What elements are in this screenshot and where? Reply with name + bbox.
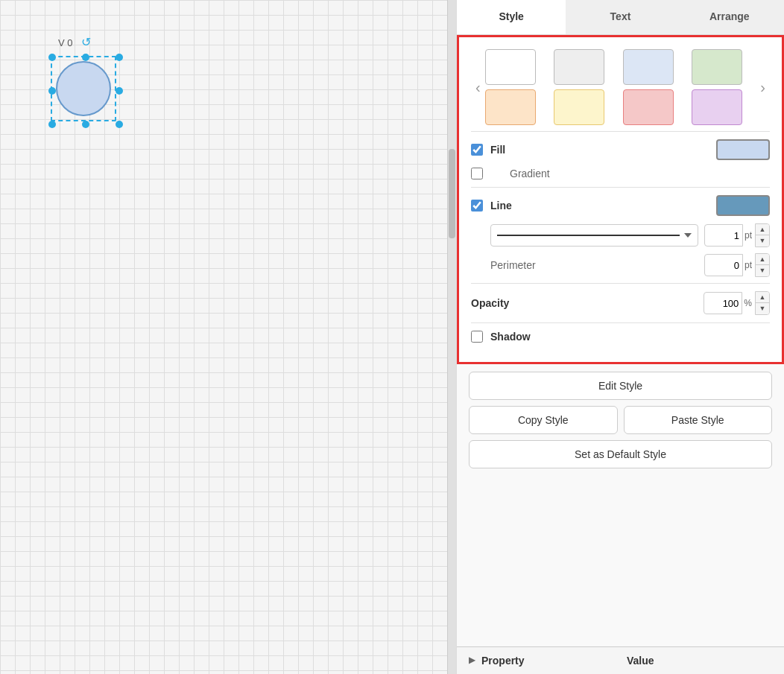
line-checkbox[interactable] xyxy=(471,200,483,212)
property-toggle[interactable]: ▶ xyxy=(469,655,475,667)
scrollbar-thumb[interactable] xyxy=(449,149,455,238)
shape-container: V 0 ↺ xyxy=(45,37,127,132)
opacity-input[interactable] xyxy=(704,292,742,314)
opacity-label: Opacity xyxy=(471,297,704,309)
handle-mr[interactable] xyxy=(116,87,123,95)
shadow-label: Shadow xyxy=(490,331,770,343)
line-thickness-input[interactable] xyxy=(704,224,743,247)
swatch-lightgreen[interactable] xyxy=(692,49,742,85)
line-thickness-down[interactable]: ▼ xyxy=(756,235,769,247)
perimeter-spinner: ▲ ▼ xyxy=(755,253,770,277)
line-style-row: pt ▲ ▼ xyxy=(490,223,770,247)
gradient-checkbox[interactable] xyxy=(471,168,483,179)
canvas[interactable]: V 0 ↺ xyxy=(0,0,456,674)
divider-3 xyxy=(471,283,770,284)
gradient-label: Gradient xyxy=(510,168,770,179)
right-panel: Style Text Arrange ‹ › xyxy=(456,0,784,674)
line-label: Line xyxy=(490,200,716,212)
edit-style-row: Edit Style xyxy=(469,372,772,400)
shadow-checkbox[interactable] xyxy=(471,331,483,343)
perimeter-up[interactable]: ▲ xyxy=(756,254,769,265)
copy-style-button[interactable]: Copy Style xyxy=(469,406,618,434)
copy-paste-row: Copy Style Paste Style xyxy=(469,406,772,434)
shape-wrapper[interactable]: ↺ xyxy=(45,50,127,132)
divider-4 xyxy=(471,322,770,323)
line-color-preview[interactable] xyxy=(716,195,770,216)
opacity-down[interactable]: ▼ xyxy=(756,303,769,314)
line-thickness-spinner: ▲ ▼ xyxy=(755,223,770,247)
rotate-handle[interactable]: ↺ xyxy=(80,35,92,47)
set-default-row: Set as Default Style xyxy=(469,440,772,468)
swatch-lightyellow[interactable] xyxy=(554,89,604,125)
property-col-header: Property xyxy=(481,655,627,667)
perimeter-down[interactable]: ▼ xyxy=(756,265,769,276)
edit-style-button[interactable]: Edit Style xyxy=(469,372,772,400)
perimeter-unit: pt xyxy=(745,260,752,270)
swatches-section: ‹ › xyxy=(471,49,770,125)
divider-1 xyxy=(471,131,770,132)
line-thickness-group: pt ▲ ▼ xyxy=(704,223,770,247)
fill-checkbox[interactable] xyxy=(471,144,483,156)
tab-text[interactable]: Text xyxy=(566,0,674,34)
line-thickness-unit: pt xyxy=(745,230,752,241)
tab-style[interactable]: Style xyxy=(457,0,566,34)
perimeter-input[interactable] xyxy=(704,254,743,276)
paste-style-button[interactable]: Paste Style xyxy=(624,406,773,434)
circle-shape[interactable] xyxy=(56,61,111,116)
bottom-buttons: Edit Style Copy Style Paste Style Set as… xyxy=(457,364,784,476)
tab-arrange[interactable]: Arrange xyxy=(675,0,784,34)
opacity-spinner: ▲ ▼ xyxy=(755,291,770,315)
line-solid-preview xyxy=(497,235,680,236)
line-row: Line xyxy=(471,195,770,216)
handle-bl[interactable] xyxy=(48,121,56,128)
fill-row: Fill xyxy=(471,139,770,160)
set-default-button[interactable]: Set as Default Style xyxy=(469,440,772,468)
divider-2 xyxy=(471,187,770,188)
value-col-header: Value xyxy=(627,655,772,667)
opacity-unit: % xyxy=(744,298,752,308)
swatch-lightgray[interactable] xyxy=(554,49,604,85)
handle-tr[interactable] xyxy=(116,54,123,61)
gradient-row: Gradient xyxy=(471,168,770,179)
fill-color-preview[interactable] xyxy=(716,139,770,160)
line-thickness-up[interactable]: ▲ xyxy=(756,224,769,235)
swatches-prev[interactable]: ‹ xyxy=(471,79,485,96)
swatches-next[interactable]: › xyxy=(756,79,770,96)
swatch-lightpurple[interactable] xyxy=(692,89,742,125)
canvas-scrollbar[interactable] xyxy=(447,0,456,674)
opacity-row: Opacity % ▲ ▼ xyxy=(471,291,770,315)
handle-br[interactable] xyxy=(116,121,123,128)
perimeter-row: Perimeter pt ▲ ▼ xyxy=(490,253,770,277)
perimeter-group: pt ▲ ▼ xyxy=(704,253,770,277)
line-style-dropdown-arrow xyxy=(684,233,692,238)
line-style-display[interactable] xyxy=(490,224,698,247)
opacity-group: % ▲ ▼ xyxy=(704,291,770,315)
style-panel: ‹ › Fill Gradient xyxy=(457,35,784,364)
swatch-white[interactable] xyxy=(485,49,536,85)
swatch-lightred[interactable] xyxy=(623,89,674,125)
panel-tabs: Style Text Arrange xyxy=(457,0,784,35)
swatch-lightblue[interactable] xyxy=(623,49,674,85)
swatch-lightorange[interactable] xyxy=(485,89,536,125)
shadow-row: Shadow xyxy=(471,331,770,343)
fill-label: Fill xyxy=(490,144,716,156)
perimeter-label: Perimeter xyxy=(490,259,704,271)
swatches-grid xyxy=(485,49,756,125)
property-header: ▶ Property Value xyxy=(457,646,784,674)
handle-bm[interactable] xyxy=(82,121,89,128)
opacity-up[interactable]: ▲ xyxy=(756,292,769,303)
